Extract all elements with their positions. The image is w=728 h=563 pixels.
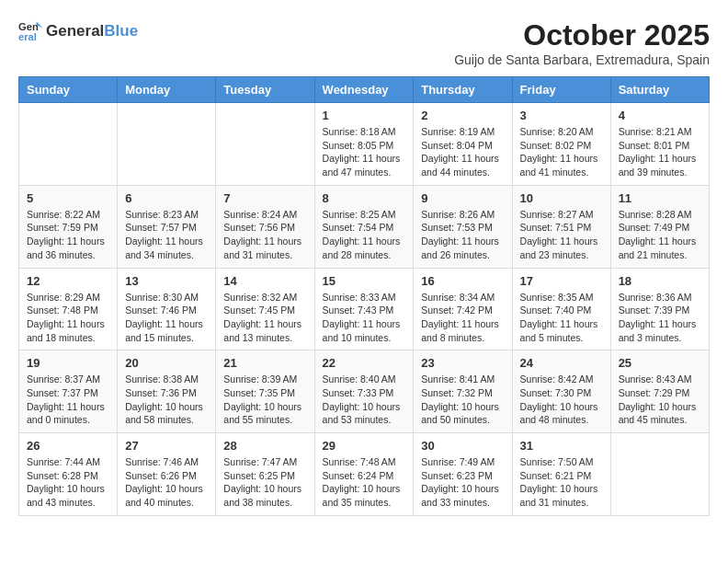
calendar-cell: 2Sunrise: 8:19 AM Sunset: 8:04 PM Daylig… [414, 103, 512, 186]
calendar-cell: 7Sunrise: 8:24 AM Sunset: 7:56 PM Daylig… [216, 185, 314, 268]
calendar-week-row: 1Sunrise: 8:18 AM Sunset: 8:05 PM Daylig… [19, 103, 710, 186]
weekday-header: Friday [512, 77, 610, 103]
day-info: Sunrise: 8:21 AM Sunset: 8:01 PM Dayligh… [619, 125, 701, 179]
day-info: Sunrise: 7:44 AM Sunset: 6:28 PM Dayligh… [27, 455, 109, 510]
calendar-cell [216, 103, 314, 186]
day-number: 31 [520, 439, 603, 453]
weekday-header: Thursday [414, 77, 512, 103]
day-info: Sunrise: 8:26 AM Sunset: 7:53 PM Dayligh… [421, 208, 504, 262]
day-number: 24 [520, 356, 603, 370]
weekday-header: Wednesday [314, 77, 414, 103]
calendar-cell: 16Sunrise: 8:34 AM Sunset: 7:42 PM Dayli… [414, 268, 512, 350]
day-info: Sunrise: 8:28 AM Sunset: 7:49 PM Dayligh… [619, 208, 701, 262]
day-info: Sunrise: 8:22 AM Sunset: 7:59 PM Dayligh… [27, 208, 109, 262]
calendar-cell [610, 433, 709, 516]
day-number: 18 [619, 274, 701, 288]
calendar-cell: 4Sunrise: 8:21 AM Sunset: 8:01 PM Daylig… [610, 103, 709, 186]
day-info: Sunrise: 7:49 AM Sunset: 6:23 PM Dayligh… [421, 455, 504, 510]
calendar-cell: 31Sunrise: 7:50 AM Sunset: 6:21 PM Dayli… [512, 433, 610, 516]
day-number: 15 [323, 274, 406, 288]
day-info: Sunrise: 8:30 AM Sunset: 7:46 PM Dayligh… [125, 291, 208, 345]
day-info: Sunrise: 8:18 AM Sunset: 8:05 PM Dayligh… [323, 125, 406, 179]
month-title: October 2025 [454, 18, 710, 52]
day-info: Sunrise: 8:36 AM Sunset: 7:39 PM Dayligh… [619, 291, 701, 345]
calendar-cell: 6Sunrise: 8:23 AM Sunset: 7:57 PM Daylig… [118, 185, 216, 268]
day-number: 6 [125, 191, 208, 205]
day-info: Sunrise: 8:29 AM Sunset: 7:48 PM Dayligh… [27, 291, 109, 345]
day-number: 8 [323, 191, 406, 205]
day-number: 21 [223, 356, 306, 370]
calendar-cell: 18Sunrise: 8:36 AM Sunset: 7:39 PM Dayli… [610, 268, 709, 350]
day-info: Sunrise: 8:25 AM Sunset: 7:54 PM Dayligh… [323, 208, 406, 262]
calendar-week-row: 26Sunrise: 7:44 AM Sunset: 6:28 PM Dayli… [19, 433, 710, 516]
svg-text:Gen: Gen [18, 21, 39, 32]
day-number: 11 [619, 191, 701, 205]
weekday-header: Sunday [19, 77, 118, 103]
logo-blue: Blue [104, 22, 138, 40]
day-info: Sunrise: 8:27 AM Sunset: 7:51 PM Dayligh… [520, 208, 603, 262]
weekday-header: Tuesday [216, 77, 314, 103]
day-info: Sunrise: 8:40 AM Sunset: 7:33 PM Dayligh… [323, 373, 406, 427]
calendar-cell: 29Sunrise: 7:48 AM Sunset: 6:24 PM Dayli… [314, 433, 414, 516]
calendar-cell: 1Sunrise: 8:18 AM Sunset: 8:05 PM Daylig… [314, 103, 414, 186]
day-number: 20 [125, 356, 208, 370]
calendar-cell: 22Sunrise: 8:40 AM Sunset: 7:33 PM Dayli… [314, 350, 414, 433]
logo-icon: Gen eral [18, 18, 44, 44]
calendar-cell [118, 103, 216, 186]
day-number: 1 [323, 109, 406, 122]
day-number: 13 [125, 274, 208, 288]
day-number: 3 [520, 109, 603, 122]
day-number: 28 [223, 439, 306, 453]
calendar-cell: 23Sunrise: 8:41 AM Sunset: 7:32 PM Dayli… [414, 350, 512, 433]
calendar-cell: 28Sunrise: 7:47 AM Sunset: 6:25 PM Dayli… [216, 433, 314, 516]
day-number: 10 [520, 191, 603, 205]
day-info: Sunrise: 8:33 AM Sunset: 7:43 PM Dayligh… [323, 291, 406, 345]
calendar-week-row: 5Sunrise: 8:22 AM Sunset: 7:59 PM Daylig… [19, 185, 710, 268]
subtitle: Guijo de Santa Barbara, Extremadura, Spa… [454, 52, 710, 67]
calendar-cell: 19Sunrise: 8:37 AM Sunset: 7:37 PM Dayli… [19, 350, 118, 433]
calendar-cell: 17Sunrise: 8:35 AM Sunset: 7:40 PM Dayli… [512, 268, 610, 350]
day-info: Sunrise: 8:23 AM Sunset: 7:57 PM Dayligh… [125, 208, 208, 262]
day-info: Sunrise: 7:47 AM Sunset: 6:25 PM Dayligh… [223, 455, 306, 510]
day-number: 2 [421, 109, 504, 122]
calendar-cell: 9Sunrise: 8:26 AM Sunset: 7:53 PM Daylig… [414, 185, 512, 268]
day-info: Sunrise: 8:43 AM Sunset: 7:29 PM Dayligh… [619, 373, 701, 427]
weekday-header: Saturday [610, 77, 709, 103]
day-info: Sunrise: 7:46 AM Sunset: 6:26 PM Dayligh… [125, 455, 208, 510]
day-info: Sunrise: 8:37 AM Sunset: 7:37 PM Dayligh… [27, 373, 109, 427]
day-number: 14 [223, 274, 306, 288]
calendar-header-row: SundayMondayTuesdayWednesdayThursdayFrid… [19, 77, 710, 103]
logo-general: General [46, 22, 104, 40]
calendar-cell: 15Sunrise: 8:33 AM Sunset: 7:43 PM Dayli… [314, 268, 414, 350]
day-info: Sunrise: 8:41 AM Sunset: 7:32 PM Dayligh… [421, 373, 504, 427]
day-info: Sunrise: 7:50 AM Sunset: 6:21 PM Dayligh… [520, 455, 603, 510]
day-number: 7 [223, 191, 306, 205]
calendar-cell: 3Sunrise: 8:20 AM Sunset: 8:02 PM Daylig… [512, 103, 610, 186]
calendar-week-row: 19Sunrise: 8:37 AM Sunset: 7:37 PM Dayli… [19, 350, 710, 433]
weekday-header: Monday [118, 77, 216, 103]
calendar-cell: 11Sunrise: 8:28 AM Sunset: 7:49 PM Dayli… [610, 185, 709, 268]
day-info: Sunrise: 8:38 AM Sunset: 7:36 PM Dayligh… [125, 373, 208, 427]
day-number: 9 [421, 191, 504, 205]
calendar-cell: 30Sunrise: 7:49 AM Sunset: 6:23 PM Dayli… [414, 433, 512, 516]
day-number: 19 [27, 356, 109, 370]
day-number: 30 [421, 439, 504, 453]
day-number: 26 [27, 439, 109, 453]
calendar-cell: 27Sunrise: 7:46 AM Sunset: 6:26 PM Dayli… [118, 433, 216, 516]
calendar-cell: 25Sunrise: 8:43 AM Sunset: 7:29 PM Dayli… [610, 350, 709, 433]
calendar-cell: 13Sunrise: 8:30 AM Sunset: 7:46 PM Dayli… [118, 268, 216, 350]
day-info: Sunrise: 8:19 AM Sunset: 8:04 PM Dayligh… [421, 125, 504, 179]
day-number: 22 [323, 356, 406, 370]
day-info: Sunrise: 8:32 AM Sunset: 7:45 PM Dayligh… [223, 291, 306, 345]
day-number: 17 [520, 274, 603, 288]
day-number: 23 [421, 356, 504, 370]
day-info: Sunrise: 8:35 AM Sunset: 7:40 PM Dayligh… [520, 291, 603, 345]
calendar-cell: 20Sunrise: 8:38 AM Sunset: 7:36 PM Dayli… [118, 350, 216, 433]
calendar-cell: 12Sunrise: 8:29 AM Sunset: 7:48 PM Dayli… [19, 268, 118, 350]
day-number: 16 [421, 274, 504, 288]
day-info: Sunrise: 8:24 AM Sunset: 7:56 PM Dayligh… [223, 208, 306, 262]
day-number: 27 [125, 439, 208, 453]
day-info: Sunrise: 7:48 AM Sunset: 6:24 PM Dayligh… [323, 455, 406, 510]
logo: Gen eral GeneralBlue [18, 18, 138, 44]
calendar-cell: 21Sunrise: 8:39 AM Sunset: 7:35 PM Dayli… [216, 350, 314, 433]
